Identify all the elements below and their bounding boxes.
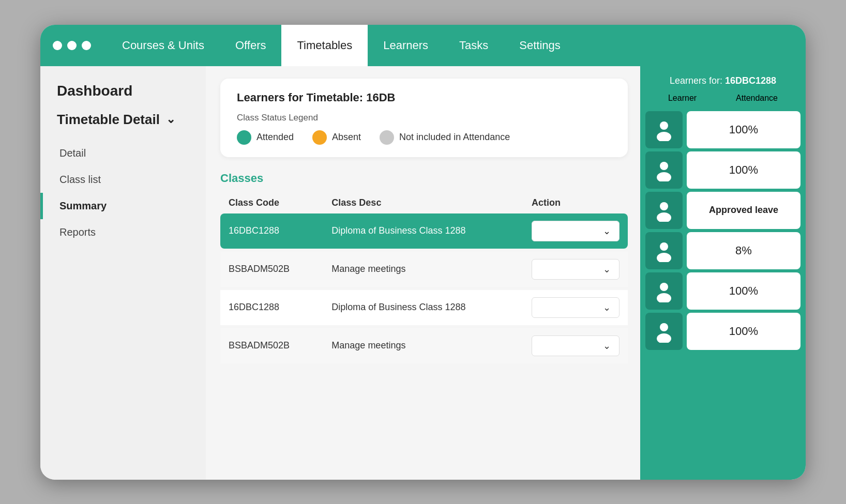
- chevron-down-icon: ⌄: [166, 113, 175, 126]
- svg-point-4: [660, 202, 668, 210]
- col-attendance-label: Attendance: [736, 94, 778, 103]
- titlebar-dots: [53, 41, 91, 50]
- action-dropdown-4[interactable]: ⌄: [532, 335, 620, 356]
- attendance-value: Approved leave: [687, 192, 800, 229]
- legend-attended: Attended: [237, 130, 294, 145]
- svg-point-1: [657, 132, 671, 141]
- action-dropdown-2[interactable]: ⌄: [532, 259, 620, 280]
- chevron-icon: ⌄: [603, 225, 611, 237]
- avatar: [645, 313, 683, 350]
- list-item: 100%: [645, 151, 800, 189]
- nav-tabs: Courses & Units Offers Timetables Learne…: [107, 25, 576, 66]
- attendance-value: 100%: [687, 272, 800, 310]
- sidebar-dashboard: Dashboard: [40, 83, 206, 112]
- attendance-value: 100%: [687, 111, 800, 148]
- timetable-detail-label: Timetable Detail: [57, 112, 160, 128]
- attended-dot: [237, 130, 251, 145]
- avatar: [645, 192, 683, 229]
- legend-items: Attended Absent Not included in Attendan…: [237, 130, 611, 145]
- attended-label: Attended: [256, 132, 294, 143]
- svg-point-0: [660, 121, 668, 130]
- svg-point-3: [657, 172, 671, 181]
- list-item: 8%: [645, 232, 800, 269]
- legend-subtitle: Class Status Legend: [237, 113, 611, 123]
- tab-offers[interactable]: Offers: [220, 25, 282, 66]
- sidebar-item-reports[interactable]: Reports: [40, 219, 206, 246]
- avatar: [645, 272, 683, 310]
- titlebar: Courses & Units Offers Timetables Learne…: [40, 25, 806, 66]
- sidebar-item-summary[interactable]: Summary: [40, 193, 206, 219]
- dot-2: [67, 41, 77, 50]
- row1-code: 16DBC1288: [220, 213, 323, 249]
- tab-timetables[interactable]: Timetables: [281, 25, 368, 66]
- attendance-value: 100%: [687, 151, 800, 189]
- sidebar-item-classlist[interactable]: Class list: [40, 166, 206, 193]
- right-panel-columns: Learner Attendance: [640, 91, 806, 108]
- row1-desc: Diploma of Business Class 1288: [323, 213, 523, 249]
- sidebar-item-detail[interactable]: Detail: [40, 140, 206, 166]
- person-icon: [653, 239, 675, 262]
- list-item: 100%: [645, 272, 800, 310]
- svg-point-2: [660, 162, 668, 170]
- row1-action: ⌄: [523, 213, 628, 249]
- sidebar-section-title[interactable]: Timetable Detail ⌄: [40, 112, 206, 140]
- table-row: 16DBC1288 Diploma of Business Class 1288…: [220, 287, 628, 325]
- legend-absent: Absent: [312, 130, 361, 145]
- classes-table: Class Code Class Desc Action 16DBC1288 D…: [220, 192, 628, 363]
- col-class-desc: Class Desc: [323, 192, 523, 213]
- tab-learners[interactable]: Learners: [368, 25, 444, 66]
- right-panel: Learners for: 16DBC1288 Learner Attendan…: [640, 66, 806, 480]
- col-learner-label: Learner: [668, 94, 697, 103]
- avatar: [645, 151, 683, 189]
- svg-point-10: [660, 323, 668, 331]
- chevron-icon: ⌄: [603, 264, 611, 275]
- absent-dot: [312, 130, 327, 145]
- content-area: Learners for Timetable: 16DB Class Statu…: [206, 66, 640, 480]
- person-icon: [653, 118, 675, 141]
- table-row: BSBADM502B Manage meetings ⌄: [220, 325, 628, 363]
- svg-point-7: [657, 253, 671, 262]
- tab-settings[interactable]: Settings: [504, 25, 576, 66]
- svg-point-9: [657, 293, 671, 302]
- person-icon: [653, 159, 675, 181]
- col-action: Action: [523, 192, 628, 213]
- attendance-value: 100%: [687, 313, 800, 350]
- row2-code: BSBADM502B: [220, 249, 323, 287]
- list-item: Approved leave: [645, 192, 800, 229]
- legend-card: Learners for Timetable: 16DB Class Statu…: [220, 79, 628, 157]
- person-icon: [653, 199, 675, 222]
- tab-courses-units[interactable]: Courses & Units: [107, 25, 220, 66]
- classes-title: Classes: [220, 172, 628, 185]
- action-dropdown-3[interactable]: ⌄: [532, 297, 620, 318]
- table-row: 16DBC1288 Diploma of Business Class 1288…: [220, 213, 628, 249]
- right-panel-code: 16DBC1288: [725, 75, 776, 86]
- row2-desc: Manage meetings: [323, 249, 523, 287]
- dot-3: [82, 41, 91, 50]
- svg-point-6: [660, 242, 668, 251]
- right-panel-header: Learners for: 16DBC1288: [640, 66, 806, 91]
- main-area: Dashboard Timetable Detail ⌄ Detail Clas…: [40, 66, 806, 480]
- avatar: [645, 232, 683, 269]
- row2-action: ⌄: [523, 249, 628, 287]
- row3-code: 16DBC1288: [220, 287, 323, 325]
- row3-desc: Diploma of Business Class 1288: [323, 287, 523, 325]
- svg-point-11: [657, 333, 671, 343]
- list-item: 100%: [645, 111, 800, 148]
- legend-not-included: Not included in Attendance: [380, 130, 510, 145]
- right-panel-title: Learners for: 16DBC1288: [648, 75, 797, 86]
- not-included-dot: [380, 130, 394, 145]
- chevron-icon: ⌄: [603, 340, 611, 352]
- not-included-label: Not included in Attendance: [399, 132, 510, 143]
- legend-header: Learners for Timetable: 16DB: [237, 91, 611, 104]
- row4-code: BSBADM502B: [220, 325, 323, 363]
- app-window: Courses & Units Offers Timetables Learne…: [40, 25, 806, 480]
- tab-tasks[interactable]: Tasks: [444, 25, 504, 66]
- row3-action: ⌄: [523, 287, 628, 325]
- svg-point-8: [660, 283, 668, 291]
- action-dropdown-1[interactable]: ⌄: [532, 221, 620, 241]
- absent-label: Absent: [332, 132, 361, 143]
- row4-action: ⌄: [523, 325, 628, 363]
- avatar: [645, 111, 683, 148]
- row4-desc: Manage meetings: [323, 325, 523, 363]
- attendance-value: 8%: [687, 232, 800, 269]
